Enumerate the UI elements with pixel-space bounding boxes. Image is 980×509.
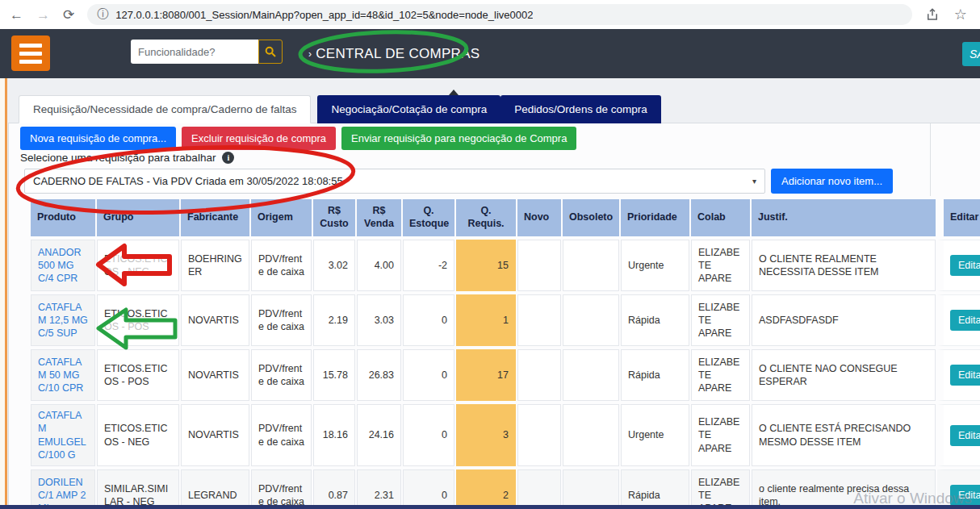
cell-colab: ELIZABETE APARE (691, 469, 750, 509)
column-header-editar: Editar (937, 199, 980, 236)
cell-custo: 18.16 (313, 404, 355, 466)
product-link[interactable]: CATAFLAM 50 MG C/10 CPR (38, 357, 83, 394)
cell-justif: O CLIENTE ESTÁ PRECISANDO MESMO DESSE IT… (752, 404, 936, 466)
cell-editar: Editar (937, 349, 980, 401)
cell-custo: 2.19 (313, 294, 355, 346)
bookmark-star-icon[interactable]: ☆ (954, 7, 967, 22)
cell-colab: ELIZABETE APARE (691, 404, 750, 466)
tab-requisicao[interactable]: Requisição/Necessidade de compra/Caderno… (19, 95, 311, 123)
cell-novo (517, 349, 561, 401)
edit-button[interactable]: Editar (950, 310, 980, 331)
left-accent-line (5, 78, 7, 509)
bottom-bar (0, 505, 980, 509)
address-bar[interactable]: ⓘ 127.0.0.1:8080/001_Session/MainApp?ope… (87, 4, 912, 25)
url-text: 127.0.0.1:8080/001_Session/MainApp?open_… (115, 9, 533, 21)
new-requisition-button[interactable]: Nova requisição de compra... (20, 127, 176, 150)
forward-icon[interactable]: → (36, 8, 50, 22)
cell-custo: 3.02 (313, 240, 355, 291)
cell-venda: 24.16 (357, 404, 401, 466)
cell-estoque: -2 (403, 240, 454, 291)
functionality-search-input[interactable] (131, 40, 258, 64)
session-button[interactable]: SA (962, 42, 980, 66)
hamburger-menu-button[interactable] (11, 35, 50, 71)
send-requisition-button[interactable]: Enviar requisição para negociação de Com… (341, 127, 576, 150)
cell-colab: ELIZABETE APARE (691, 349, 750, 401)
table-header-row: ProdutoGrupoFabricanteOrigemR$ CustoR$ V… (31, 199, 980, 236)
table-row: CATAFLAM 12,5 MG C/5 SUPETICOS.ETICOS - … (31, 294, 980, 346)
cell-obsoleto (563, 240, 619, 291)
cell-produto: CATAFLAM 12,5 MG C/5 SUP (31, 294, 95, 346)
tab-bar: Requisição/Necessidade de compra/Caderno… (19, 95, 661, 123)
column-header-estoque: Q. Estoque (403, 199, 454, 236)
title-caret-icon: › (308, 48, 312, 60)
cell-produto: DORILEN C/1 AMP 2 ML (31, 469, 95, 509)
info-icon[interactable]: i (222, 152, 234, 164)
product-link[interactable]: CATAFLAM EMULGEL C/100 G (38, 410, 86, 461)
cell-estoque: 0 (403, 404, 454, 466)
cell-estoque: 0 (403, 349, 454, 401)
column-header-novo: Novo (517, 199, 561, 236)
edit-button[interactable]: Editar (950, 255, 980, 276)
cell-editar: Editar (937, 240, 980, 291)
search-button[interactable] (258, 40, 283, 64)
table-row: DORILEN C/1 AMP 2 MLSIMILAR.SIMILAR - NE… (31, 469, 980, 509)
delete-requisition-button[interactable]: Excluir requisição de compra (182, 127, 336, 150)
column-header-fabricante: Fabricante (181, 199, 249, 236)
cell-grupo: ETICOS.ETICOS - NEG (97, 404, 179, 466)
site-info-icon[interactable]: ⓘ (97, 7, 108, 22)
cell-produto: ANADOR 500 MG C/4 CPR (31, 240, 95, 291)
functionality-search (131, 40, 283, 64)
cell-novo (517, 404, 561, 466)
cell-grupo: ETICOS.ETICOS - POS (97, 349, 179, 401)
cell-requis: 2 (456, 469, 516, 509)
cell-grupo: ETICOS.ETICOS - POS (97, 294, 179, 346)
windows-activation-watermark: Ativar o Windows (853, 490, 972, 507)
reload-icon[interactable]: ⟳ (63, 8, 74, 22)
column-header-produto: Produto (31, 199, 95, 236)
product-link[interactable]: DORILEN C/1 AMP 2 ML (38, 477, 86, 509)
column-header-origem: Origem (251, 199, 312, 236)
cell-custo: 0.87 (313, 469, 355, 509)
cell-grupo: SIMILAR.SIMILAR - NEG (97, 469, 179, 509)
tab-caret-mark (449, 90, 459, 95)
requisition-select-label: Selecione uma requisição para trabalhar (20, 152, 216, 164)
app-header: › CENTRAL DE COMPRAS SA (0, 29, 980, 78)
share-icon[interactable] (925, 7, 940, 22)
cell-fabricante: LEGRAND (181, 469, 249, 509)
product-link[interactable]: CATAFLAM 12,5 MG C/5 SUP (38, 302, 88, 340)
back-icon[interactable]: ← (10, 8, 23, 22)
tab-pedidos[interactable]: Pedidos/Ordens de compra (500, 95, 660, 123)
chevron-down-icon: ▾ (752, 177, 756, 186)
cell-fabricante: NOVARTIS (181, 294, 249, 346)
cell-produto: CATAFLAM EMULGEL C/100 G (31, 404, 95, 466)
cell-requis: 17 (456, 349, 516, 401)
requisition-select[interactable]: CADERNO DE FALTAS - Via PDV Criada em 30… (24, 169, 765, 194)
cell-novo (517, 469, 561, 509)
edit-button[interactable]: Editar (950, 365, 980, 386)
cell-estoque: 0 (403, 294, 454, 346)
column-header-obsoleto: Obsoleto (563, 199, 619, 236)
cell-justif: O CLIENTE REALMENTE NECESSITA DESSE ITEM (752, 240, 936, 291)
cell-editar: Editar (937, 404, 980, 466)
cell-requis: 3 (456, 404, 516, 466)
page-title: › CENTRAL DE COMPRAS (308, 29, 480, 78)
cell-editar: Editar (937, 294, 980, 346)
cell-fabricante: NOVARTIS (181, 404, 249, 466)
cell-justif: O CLIENTE NAO CONSEGUE ESPERAR (752, 349, 936, 401)
edit-button[interactable]: Editar (950, 425, 980, 446)
cell-fabricante: NOVARTIS (181, 349, 249, 401)
cell-origem: PDV/frente de caixa (251, 469, 312, 509)
cell-custo: 15.78 (313, 349, 355, 401)
cell-requis: 1 (456, 294, 516, 346)
cell-obsoleto (563, 294, 619, 346)
cell-colab: ELIZABETE APARE (691, 294, 750, 346)
cell-origem: PDV/frente de caixa (251, 240, 312, 291)
product-link[interactable]: ANADOR 500 MG C/4 CPR (38, 247, 81, 285)
column-header-colab: Colab (691, 199, 750, 236)
requisition-select-value: CADERNO DE FALTAS - Via PDV Criada em 30… (33, 175, 343, 187)
tab-negociacao[interactable]: Negociação/Cotação de compra (317, 95, 500, 123)
cell-venda: 3.03 (357, 294, 401, 346)
add-new-item-button[interactable]: Adicionar novo item... (771, 169, 893, 194)
cell-prioridade: Rápida (621, 469, 689, 509)
panel-divider (930, 123, 931, 196)
